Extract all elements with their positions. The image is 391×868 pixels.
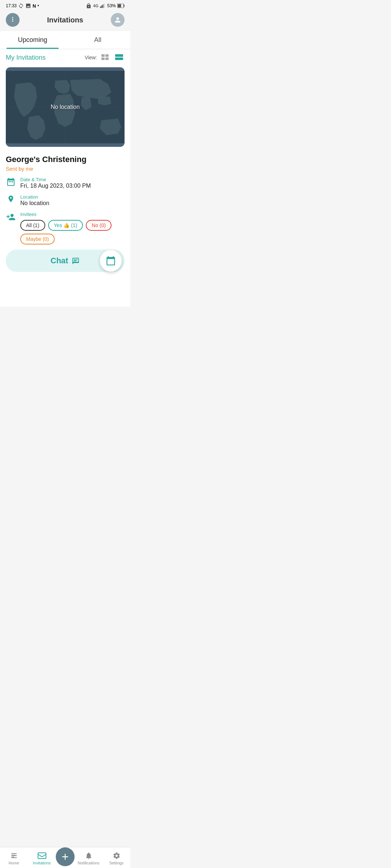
chat-label: Chat [51, 256, 68, 265]
status-right: 4G 53% [86, 3, 125, 9]
invitations-title: My Invitations [6, 54, 46, 61]
date-content: Date & Time Fri, 18 Aug 2023, 03:00 PM [20, 177, 91, 189]
svg-rect-5 [124, 5, 125, 7]
page-title: Invitations [47, 16, 83, 24]
fab-calendar-button[interactable] [100, 250, 122, 272]
map-container: No location [6, 67, 125, 147]
location-content: Location No location [20, 194, 49, 207]
badge-no[interactable]: No (0) [86, 220, 112, 231]
tab-all[interactable]: All [65, 31, 130, 49]
svg-rect-0 [100, 7, 101, 8]
svg-rect-6 [118, 4, 121, 7]
network-type: 4G [93, 4, 98, 8]
lock-icon [86, 3, 92, 9]
status-time: 17:33 [6, 3, 17, 8]
svg-rect-3 [104, 4, 105, 8]
date-label: Date & Time [20, 177, 91, 182]
image-icon [25, 3, 31, 9]
svg-rect-9 [101, 58, 105, 60]
person-icon [114, 16, 122, 24]
chat-section: Chat [6, 250, 125, 272]
hamburger-icon [9, 17, 16, 23]
sync-icon [18, 3, 24, 9]
calendar-icon [7, 178, 15, 186]
top-bar: Invitations [0, 10, 130, 31]
svg-rect-20 [12, 181, 13, 182]
calendar-detail-icon [6, 178, 16, 186]
invitees-badges: All (1) Yes 👍 (1) No (0) Maybe (0) [20, 220, 125, 244]
svg-rect-10 [105, 58, 109, 60]
map-overlay-text: No location [51, 104, 80, 110]
invitees-row: Invitees All (1) Yes 👍 (1) No (0) Maybe … [6, 212, 125, 244]
svg-rect-11 [115, 54, 123, 57]
svg-rect-12 [115, 58, 123, 60]
badge-maybe[interactable]: Maybe (0) [20, 234, 55, 244]
grid-view-button[interactable] [100, 54, 111, 61]
chat-icon [72, 257, 80, 264]
menu-button[interactable] [6, 13, 20, 27]
tab-upcoming[interactable]: Upcoming [0, 31, 65, 49]
tabs-container: Upcoming All [0, 31, 130, 49]
svg-rect-1 [101, 5, 102, 8]
content-area: My Invitations View: [0, 49, 130, 307]
location-label: Location [20, 194, 49, 200]
signal-icon [100, 4, 106, 8]
list-view-button[interactable] [114, 54, 125, 61]
svg-rect-19 [10, 181, 12, 182]
location-value: No location [20, 200, 49, 207]
view-controls: View: [85, 54, 125, 61]
badge-yes[interactable]: Yes 👍 (1) [48, 220, 83, 231]
status-bar: 17:33 N • 4G 53% [0, 0, 130, 10]
event-title: George's Christening [6, 155, 125, 164]
battery-icon [117, 4, 125, 8]
add-person-icon [6, 212, 16, 222]
view-label: View: [85, 55, 97, 60]
fab-calendar-icon [106, 256, 116, 266]
svg-rect-2 [102, 5, 104, 8]
svg-rect-7 [101, 54, 105, 57]
avatar-button[interactable] [111, 13, 125, 27]
date-value: Fri, 18 Aug 2023, 03:00 PM [20, 183, 91, 189]
location-icon-container [6, 195, 16, 203]
status-left: 17:33 N • [6, 3, 39, 9]
battery-percent: 53% [107, 3, 116, 8]
invitees-label: Invitees [20, 212, 125, 217]
list-icon [115, 54, 123, 61]
date-row: Date & Time Fri, 18 Aug 2023, 03:00 PM [6, 177, 125, 189]
location-row: Location No location [6, 194, 125, 207]
svg-rect-22 [74, 260, 76, 261]
event-sender: Sent by me [6, 166, 125, 172]
invitees-icon-container [6, 212, 16, 222]
location-pin-icon [7, 195, 15, 203]
badge-all[interactable]: All (1) [20, 220, 45, 231]
svg-rect-21 [74, 259, 78, 260]
event-details: George's Christening Sent by me Date & T… [0, 150, 130, 244]
invitations-header: My Invitations View: [0, 49, 130, 64]
invitees-content: Invitees All (1) Yes 👍 (1) No (0) Maybe … [20, 212, 125, 244]
grid-icon [101, 54, 109, 61]
svg-rect-8 [105, 54, 109, 57]
notion-icon: N [33, 3, 36, 9]
dot-indicator: • [37, 3, 39, 8]
svg-rect-18 [9, 181, 10, 182]
